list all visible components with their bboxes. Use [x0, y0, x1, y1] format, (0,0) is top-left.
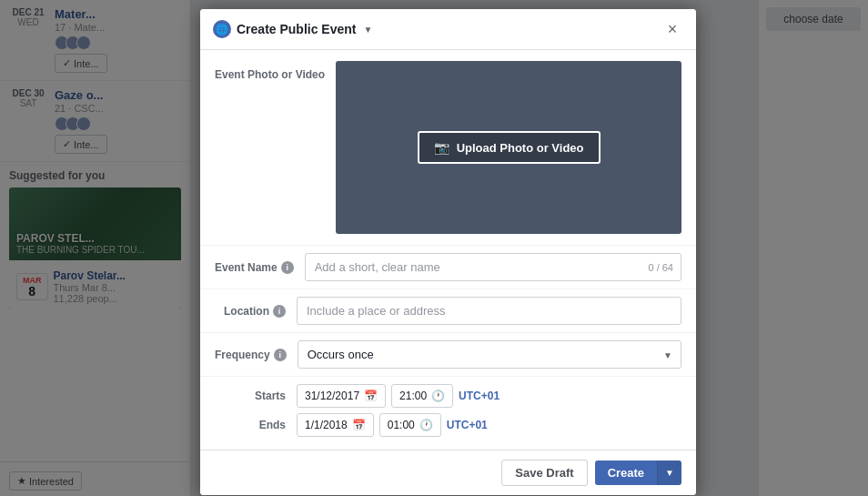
ends-clock-icon: 🕐 — [419, 419, 433, 431]
save-draft-button[interactable]: Save Draft — [501, 460, 587, 486]
upload-photo-button[interactable]: 📷 Upload Photo or Video — [418, 131, 601, 164]
starts-clock-icon: 🕐 — [431, 390, 445, 402]
starts-date-value: 31/12/2017 — [305, 390, 359, 402]
camera-icon: 📷 — [434, 140, 449, 155]
modal-footer: Save Draft Create ▼ — [200, 450, 696, 495]
ends-fields: 1/1/2018 📅 01:00 🕐 UTC+01 — [297, 413, 488, 437]
event-name-input-wrapper: 0 / 64 — [305, 253, 681, 281]
starts-label: Starts — [215, 390, 297, 402]
ends-label: Ends — [215, 419, 297, 431]
starts-calendar-icon: 📅 — [364, 390, 378, 402]
ends-date-input[interactable]: 1/1/2018 📅 — [297, 413, 374, 437]
location-label: Location i — [215, 305, 297, 318]
starts-row: Starts 31/12/2017 📅 21:00 🕐 UTC+01 — [215, 384, 681, 408]
frequency-select-wrapper: Occurs once Daily Weekly Custom ▼ — [298, 340, 681, 369]
location-info-icon[interactable]: i — [273, 305, 286, 318]
location-input[interactable] — [297, 297, 681, 325]
starts-section: Starts 31/12/2017 📅 21:00 🕐 UTC+01 Ends — [200, 376, 696, 450]
globe-icon: 🌐 — [213, 20, 231, 38]
event-name-row: Event Name i 0 / 64 — [200, 245, 696, 288]
close-button[interactable]: × — [661, 18, 683, 40]
photo-upload-area[interactable]: 📷 Upload Photo or Video — [336, 61, 681, 234]
location-row: Location i — [200, 288, 696, 332]
event-name-char-count: 0 / 64 — [648, 262, 681, 273]
photo-upload-section: Event Photo or Video 📷 Upload Photo or V… — [200, 50, 696, 245]
modal-body: Event Photo or Video 📷 Upload Photo or V… — [200, 50, 696, 450]
ends-calendar-icon: 📅 — [352, 419, 366, 431]
create-event-modal: 🌐 Create Public Event ▼ × Event Photo or… — [200, 9, 696, 495]
starts-time-value: 21:00 — [399, 390, 427, 402]
create-button-group: Create ▼ — [595, 461, 681, 485]
ends-time-value: 01:00 — [388, 419, 415, 431]
starts-time-input[interactable]: 21:00 🕐 — [391, 384, 453, 408]
ends-time-input[interactable]: 01:00 🕐 — [379, 413, 441, 437]
frequency-label: Frequency i — [215, 349, 298, 361]
upload-button-label: Upload Photo or Video — [457, 141, 584, 155]
photo-label: Event Photo or Video — [215, 61, 336, 81]
event-name-label: Event Name i — [215, 261, 305, 274]
event-name-info-icon[interactable]: i — [281, 261, 294, 274]
modal-header: 🌐 Create Public Event ▼ × — [200, 9, 696, 50]
title-dropdown-arrow[interactable]: ▼ — [364, 25, 373, 35]
modal-title: Create Public Event — [237, 22, 357, 36]
ends-row: Ends 1/1/2018 📅 01:00 🕐 UTC+01 — [215, 413, 681, 437]
starts-fields: 31/12/2017 📅 21:00 🕐 UTC+01 — [297, 384, 500, 408]
create-button[interactable]: Create — [595, 461, 657, 485]
frequency-row: Frequency i Occurs once Daily Weekly Cus… — [200, 332, 696, 376]
modal-header-title-group: 🌐 Create Public Event ▼ — [213, 20, 372, 38]
starts-date-input[interactable]: 31/12/2017 📅 — [297, 384, 386, 408]
ends-date-value: 1/1/2018 — [305, 419, 348, 431]
ends-timezone-link[interactable]: UTC+01 — [447, 419, 488, 431]
frequency-info-icon[interactable]: i — [274, 349, 287, 361]
starts-timezone-link[interactable]: UTC+01 — [459, 390, 500, 402]
frequency-select[interactable]: Occurs once Daily Weekly Custom — [298, 340, 681, 369]
event-name-input[interactable] — [306, 254, 649, 280]
create-dropdown-arrow[interactable]: ▼ — [657, 461, 681, 485]
